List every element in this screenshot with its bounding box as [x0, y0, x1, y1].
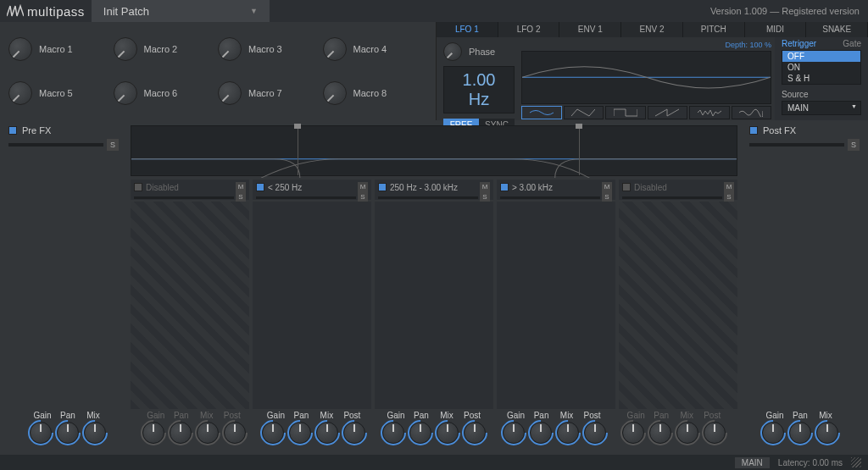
prefx-solo[interactable]: S	[107, 139, 119, 151]
pan-knob[interactable]	[649, 422, 671, 444]
retrigger-off[interactable]: OFF	[782, 51, 860, 62]
phase-knob[interactable]	[443, 42, 462, 61]
band-mute[interactable]: M	[358, 182, 368, 192]
macro-1: Macro 1	[8, 27, 114, 71]
top-section: Macro 1 Macro 2 Macro 3 Macro 4 Macro 5 …	[0, 22, 868, 120]
postfx-enable[interactable]	[749, 126, 758, 135]
phase-label: Phase	[469, 47, 495, 57]
crossover-handle-1[interactable]	[298, 126, 298, 175]
gain-knob[interactable]	[142, 422, 164, 444]
band-mute[interactable]: M	[480, 182, 490, 192]
patch-name: Init Patch	[103, 5, 149, 18]
crossover-graph[interactable]	[131, 125, 737, 176]
postfx-slots[interactable]	[749, 156, 860, 393]
postfx-solo[interactable]: S	[848, 139, 860, 151]
pan-knob[interactable]	[789, 422, 811, 444]
tab-lfo2[interactable]: LFO 2	[498, 22, 560, 37]
gain-knob[interactable]	[762, 422, 784, 444]
pan-knob[interactable]	[289, 422, 311, 444]
prefx-slots[interactable]	[8, 156, 119, 393]
gain-knob[interactable]	[30, 422, 52, 444]
main-area: Pre FX S DisabledM S < 250 HzM	[0, 120, 868, 409]
wave-sine[interactable]	[521, 106, 562, 119]
wave-saw[interactable]	[648, 106, 688, 119]
band-slots[interactable]	[497, 202, 615, 409]
band-mute[interactable]: M	[724, 182, 734, 192]
tab-env1[interactable]: ENV 1	[559, 22, 621, 37]
band-enable[interactable]	[378, 183, 387, 191]
tab-lfo1[interactable]: LFO 1	[437, 22, 498, 37]
band-5: DisabledM S	[619, 180, 737, 409]
retrigger-label: Retrigger	[782, 39, 816, 48]
tab-pitch[interactable]: PITCH	[683, 22, 745, 37]
gain-knob[interactable]	[503, 422, 525, 444]
bands-area: DisabledM S < 250 HzM S 250 Hz - 3.00 kH…	[127, 125, 741, 409]
macro-knob[interactable]	[323, 81, 347, 105]
postfx-panel: Post FX S	[741, 125, 868, 409]
macro-knob[interactable]	[8, 81, 32, 105]
band-slots[interactable]	[375, 202, 493, 409]
tab-midi[interactable]: MIDI	[745, 22, 807, 37]
source-label: Source	[782, 90, 861, 99]
macro-knob[interactable]	[114, 37, 137, 61]
post-knob[interactable]	[464, 422, 486, 444]
macro-knob[interactable]	[8, 37, 32, 61]
prefx-meter	[8, 143, 103, 147]
bands-row: DisabledM S < 250 HzM S 250 Hz - 3.00 kH…	[131, 180, 737, 409]
band-slots[interactable]	[619, 202, 737, 409]
wave-square[interactable]	[605, 106, 646, 119]
band-mute[interactable]: M	[236, 182, 246, 192]
gain-knob[interactable]	[382, 422, 404, 444]
band-enable[interactable]	[622, 183, 631, 191]
pan-knob[interactable]	[409, 422, 431, 444]
crossover-handle-2[interactable]	[579, 126, 580, 175]
macro-knob[interactable]	[114, 81, 137, 105]
pan-knob[interactable]	[57, 422, 79, 444]
lfo-frequency[interactable]: 1.00 Hz	[443, 66, 515, 113]
tab-snake[interactable]: SNAKE	[806, 22, 868, 37]
mix-knob[interactable]	[84, 422, 106, 444]
prefx-enable[interactable]	[8, 126, 17, 135]
band-4: > 3.00 kHzM S	[497, 180, 615, 409]
post-knob[interactable]	[584, 422, 606, 444]
source-dropdown[interactable]: MAIN	[782, 101, 861, 115]
mix-knob[interactable]	[316, 422, 338, 444]
mix-knob[interactable]	[676, 422, 698, 444]
post-knob[interactable]	[704, 422, 726, 444]
pan-knob[interactable]	[530, 422, 552, 444]
resize-handle[interactable]	[851, 457, 861, 467]
wave-smooth-noise[interactable]	[732, 106, 772, 119]
mix-knob[interactable]	[557, 422, 579, 444]
macro-knob[interactable]	[218, 81, 242, 105]
wave-noise[interactable]	[689, 106, 730, 119]
mix-knob[interactable]	[197, 422, 219, 444]
app-logo: multipass	[0, 0, 92, 22]
band-enable[interactable]	[134, 183, 142, 191]
retrigger-sh[interactable]: S & H	[782, 73, 860, 84]
mix-knob[interactable]	[816, 422, 838, 444]
band-slots[interactable]	[253, 202, 371, 409]
patch-dropdown[interactable]: Init Patch	[92, 0, 270, 22]
band-mute[interactable]: M	[602, 182, 612, 192]
band-slots[interactable]	[131, 202, 249, 409]
band-enable[interactable]	[500, 183, 509, 191]
tab-env2[interactable]: ENV 2	[621, 22, 683, 37]
prefx-label: Pre FX	[22, 125, 51, 135]
band-meter	[622, 196, 722, 199]
main-output-button[interactable]: MAIN	[735, 457, 770, 468]
post-knob[interactable]	[343, 422, 365, 444]
wave-triangle[interactable]	[564, 106, 604, 119]
pan-knob[interactable]	[170, 422, 192, 444]
mix-knob[interactable]	[437, 422, 459, 444]
macro-knob[interactable]	[218, 37, 242, 61]
retrigger-on[interactable]: ON	[782, 62, 860, 73]
gate-label[interactable]: Gate	[843, 39, 861, 48]
gain-knob[interactable]	[262, 422, 284, 444]
band-enable[interactable]	[256, 183, 264, 191]
band-1: DisabledM S	[131, 180, 249, 409]
gain-knob[interactable]	[622, 422, 644, 444]
depth-label[interactable]: Depth: 100 %	[521, 41, 771, 49]
lfo-display[interactable]	[521, 51, 771, 104]
post-knob[interactable]	[224, 422, 246, 444]
macro-knob[interactable]	[323, 37, 347, 61]
